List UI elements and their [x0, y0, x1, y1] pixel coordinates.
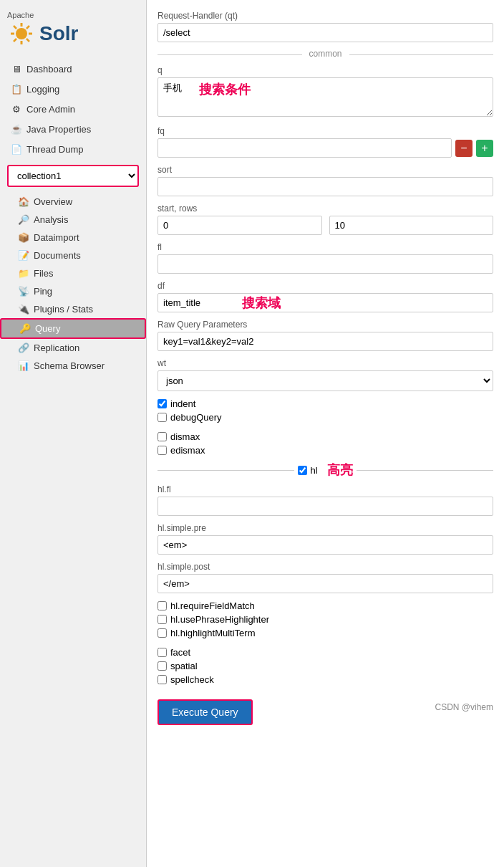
- solr-sun-icon: [7, 19, 36, 48]
- sidebar-item-plugins[interactable]: Plugins / Stats: [0, 300, 146, 318]
- edismax-checkbox[interactable]: [158, 446, 167, 455]
- fq-row: − +: [158, 138, 493, 158]
- svg-point-8: [16, 28, 27, 39]
- hl-use-phrase-highlighter-label: hl.usePhraseHighlighter: [170, 614, 269, 625]
- hl-simple-post-group: hl.simple.post: [158, 562, 493, 593]
- start-rows-inputs: [158, 216, 493, 235]
- wt-label: wt: [158, 358, 493, 368]
- hl-highlight-multi-term-checkbox[interactable]: [158, 628, 167, 638]
- hl-use-phrase-highlighter-checkbox[interactable]: [158, 615, 167, 624]
- dismax-label: dismax: [170, 431, 200, 442]
- hl-fl-group: hl.fl: [158, 484, 493, 516]
- sidebar-item-files[interactable]: Files: [0, 264, 146, 282]
- hl-checkbox[interactable]: [298, 466, 307, 475]
- rows-input[interactable]: [329, 216, 494, 235]
- start-input[interactable]: [158, 216, 322, 235]
- facet-label: facet: [170, 647, 190, 658]
- sidebar-item-dashboard[interactable]: Dashboard: [0, 59, 146, 79]
- wt-group: wt json xml python ruby php csv velocity…: [158, 358, 493, 391]
- fq-minus-button[interactable]: −: [455, 140, 472, 157]
- hl-use-phrase-highlighter-row: hl.usePhraseHighlighter: [158, 614, 493, 625]
- fq-plus-button[interactable]: +: [476, 140, 493, 157]
- raw-query-label: Raw Query Parameters: [158, 320, 493, 330]
- collection-dropdown[interactable]: collection1: [7, 165, 139, 187]
- sidebar-item-overview[interactable]: Overview: [0, 193, 146, 211]
- svg-line-7: [14, 39, 16, 42]
- fl-input[interactable]: [158, 254, 493, 274]
- request-handler-label: Request-Handler (qt): [158, 11, 493, 21]
- plugins-icon: [18, 304, 29, 315]
- sidebar-item-label: Files: [34, 268, 53, 279]
- svg-line-4: [14, 26, 16, 29]
- execute-query-button[interactable]: Execute Query: [158, 699, 253, 725]
- hl-divider-line-right: [357, 470, 493, 471]
- q-group: q 手机 搜索条件: [158, 65, 493, 119]
- sidebar-item-query[interactable]: Query: [0, 318, 146, 339]
- bottom-row: Execute Query CSDN @vihem: [158, 689, 493, 725]
- ping-icon: [18, 286, 29, 297]
- raw-query-input[interactable]: [158, 332, 493, 351]
- sidebar-item-label: Logging: [26, 84, 59, 95]
- facet-checkbox[interactable]: [158, 648, 167, 657]
- sidebar-item-label: Overview: [34, 196, 72, 207]
- sidebar-item-ping[interactable]: Ping: [0, 282, 146, 300]
- edismax-label: edismax: [170, 445, 205, 456]
- dismax-checkbox[interactable]: [158, 432, 167, 441]
- spatial-checkbox-row: spatial: [158, 661, 493, 671]
- indent-checkbox-row: indent: [158, 398, 493, 409]
- schema-icon: [18, 360, 29, 371]
- collection-select[interactable]: collection1: [9, 166, 137, 186]
- wt-select[interactable]: json xml python ruby php csv velocity xs…: [158, 370, 493, 391]
- request-handler-input[interactable]: [158, 23, 493, 42]
- sidebar-item-replication[interactable]: Replication: [0, 339, 146, 357]
- hl-require-field-match-checkbox[interactable]: [158, 601, 167, 610]
- raw-query-group: Raw Query Parameters: [158, 320, 493, 351]
- dismax-checkbox-row: dismax: [158, 431, 493, 442]
- sidebar-item-schema-browser[interactable]: Schema Browser: [0, 357, 146, 375]
- spellcheck-checkbox-row: spellcheck: [158, 674, 493, 685]
- dataimport-icon: [18, 232, 29, 243]
- facet-checkbox-row: facet: [158, 647, 493, 658]
- fq-input[interactable]: [158, 138, 452, 158]
- sidebar-item-label: Core Admin: [26, 104, 75, 115]
- query-icon: [19, 323, 31, 334]
- hl-simple-pre-input[interactable]: [158, 535, 493, 555]
- sidebar-item-thread-dump[interactable]: Thread Dump: [0, 139, 146, 159]
- sidebar-item-label: Dashboard: [26, 64, 72, 75]
- sidebar-item-dataimport[interactable]: Dataimport: [0, 229, 146, 246]
- analysis-icon: [18, 214, 29, 225]
- sidebar-item-label: Documents: [34, 250, 81, 261]
- hl-fl-input[interactable]: [158, 497, 493, 516]
- debugquery-checkbox[interactable]: [158, 413, 167, 422]
- sidebar-item-label: Schema Browser: [34, 360, 105, 371]
- solr-logo: Solr: [7, 19, 78, 48]
- common-divider: common: [158, 49, 493, 59]
- spellcheck-checkbox[interactable]: [158, 675, 167, 684]
- common-section-label: common: [306, 49, 346, 59]
- hl-divider-row: hl 高亮: [158, 461, 493, 479]
- sidebar-item-logging[interactable]: Logging: [0, 79, 146, 99]
- logging-icon: [11, 83, 22, 95]
- hl-simple-pre-group: hl.simple.pre: [158, 523, 493, 555]
- sidebar-item-label: Replication: [34, 343, 79, 353]
- sidebar-item-label: Thread Dump: [26, 144, 83, 155]
- q-label: q: [158, 65, 493, 75]
- sidebar-item-documents[interactable]: Documents: [0, 246, 146, 264]
- files-icon: [18, 268, 29, 279]
- df-input[interactable]: [158, 293, 493, 312]
- indent-label: indent: [170, 398, 195, 409]
- hl-highlight-multi-term-row: hl.highlightMultiTerm: [158, 628, 493, 638]
- spatial-label: spatial: [170, 661, 198, 671]
- sidebar-item-java-properties[interactable]: Java Properties: [0, 119, 146, 139]
- documents-icon: [18, 250, 29, 261]
- sidebar-item-coreadmin[interactable]: Core Admin: [0, 99, 146, 119]
- debugquery-label: debugQuery: [170, 412, 222, 423]
- java-icon: [11, 123, 22, 135]
- spatial-checkbox[interactable]: [158, 661, 167, 671]
- sidebar-item-analysis[interactable]: Analysis: [0, 211, 146, 229]
- sub-nav: Overview Analysis Dataimport Documents F…: [0, 193, 146, 375]
- indent-checkbox[interactable]: [158, 399, 167, 408]
- hl-simple-post-input[interactable]: [158, 574, 493, 593]
- q-input[interactable]: 手机: [158, 77, 493, 117]
- sort-input[interactable]: [158, 177, 493, 196]
